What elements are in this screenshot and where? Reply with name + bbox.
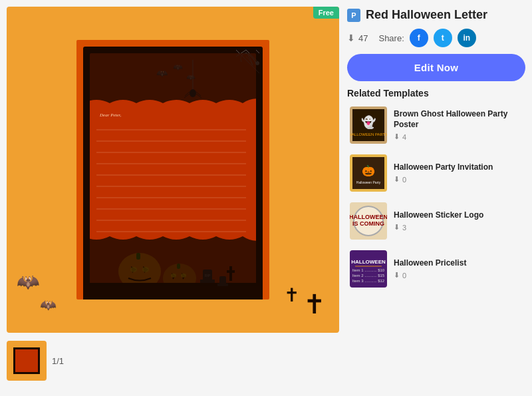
related-downloads-1: ⬇ 4 bbox=[394, 132, 523, 141]
download-icon-2: ⬇ bbox=[394, 175, 400, 184]
bat-decoration-1: 🦇 bbox=[17, 271, 40, 293]
svg-text:🎃: 🎃 bbox=[362, 164, 375, 177]
thumbnail-strip: 1/1 bbox=[7, 338, 339, 383]
template-header: P Red Halloween Letter bbox=[347, 8, 525, 22]
related-section-title: Related Templates bbox=[347, 88, 525, 99]
related-name-2: Halloween Party Invitation bbox=[394, 162, 523, 173]
bat-decoration-2: 🦇 bbox=[40, 297, 57, 313]
related-thumb-3: HALLOWEEN IS COMING bbox=[350, 202, 387, 240]
related-info-1: Brown Ghost Halloween Party Poster ⬇ 4 bbox=[394, 109, 523, 141]
related-thumb-4: HALLOWEEN Item 1 ........... $10 Item 2 … bbox=[350, 250, 387, 288]
halloween-letter-svg: 🦇 🦇 🦇 Dear Peter, bbox=[76, 40, 269, 299]
cross-decoration-1: ✝ bbox=[303, 289, 326, 319]
svg-text:Dear Peter,: Dear Peter, bbox=[99, 112, 122, 118]
related-thumb-1: 👻 HALLOWEEN PARTY bbox=[350, 106, 387, 144]
download-count-container: ⬇ 47 bbox=[347, 33, 368, 43]
download-icon-3: ⬇ bbox=[394, 223, 400, 232]
download-icon-4: ⬇ bbox=[394, 271, 400, 280]
svg-text:👻: 👻 bbox=[361, 115, 376, 130]
edit-now-button[interactable]: Edit Now bbox=[347, 54, 525, 81]
related-downloads-3: ⬇ 3 bbox=[394, 223, 523, 232]
meta-row: ⬇ 47 Share: f t in bbox=[347, 29, 525, 47]
related-downloads-2: ⬇ 0 bbox=[394, 175, 523, 184]
related-item-1[interactable]: 👻 HALLOWEEN PARTY Brown Ghost Halloween … bbox=[347, 104, 525, 146]
linkedin-share-button[interactable]: in bbox=[458, 29, 476, 47]
download-count-value: 47 bbox=[358, 33, 368, 43]
related-list: 👻 HALLOWEEN PARTY Brown Ghost Halloween … bbox=[347, 104, 525, 290]
related-downloads-4: ⬇ 0 bbox=[394, 271, 523, 280]
right-panel: P Red Halloween Letter ⬇ 47 Share: f t i… bbox=[347, 7, 525, 389]
related-name-1: Brown Ghost Halloween Party Poster bbox=[394, 109, 523, 130]
related-thumb-2: 🎃 Halloween Party bbox=[350, 154, 387, 192]
related-info-2: Halloween Party Invitation ⬇ 0 bbox=[394, 162, 523, 184]
share-row: Share: f t in bbox=[378, 29, 475, 47]
download-icon-1: ⬇ bbox=[394, 132, 400, 141]
svg-text:Halloween Party: Halloween Party bbox=[356, 180, 381, 184]
related-section: Related Templates 👻 HALLOWEEN PARTY Brow… bbox=[347, 88, 525, 389]
related-name-4: Halloween Pricelist bbox=[394, 258, 523, 269]
thumbnail-1[interactable] bbox=[7, 341, 47, 381]
svg-text:IS COMING: IS COMING bbox=[352, 220, 384, 227]
svg-text:HALLOWEEN: HALLOWEEN bbox=[351, 259, 386, 265]
page-count: 1/1 bbox=[52, 356, 64, 366]
svg-text:HALLOWEEN: HALLOWEEN bbox=[350, 214, 387, 220]
svg-text:HALLOWEEN PARTY: HALLOWEEN PARTY bbox=[350, 132, 387, 136]
facebook-share-button[interactable]: f bbox=[410, 29, 428, 47]
related-item-3[interactable]: HALLOWEEN IS COMING Halloween Sticker Lo… bbox=[347, 200, 525, 242]
related-info-3: Halloween Sticker Logo ⬇ 3 bbox=[394, 210, 523, 232]
download-icon: ⬇ bbox=[347, 33, 355, 43]
free-badge: Free bbox=[313, 7, 339, 19]
template-icon: P bbox=[347, 9, 360, 22]
related-item-4[interactable]: HALLOWEEN Item 1 ........... $10 Item 2 … bbox=[347, 248, 525, 290]
related-item-2[interactable]: 🎃 Halloween Party Halloween Party Invita… bbox=[347, 152, 525, 194]
cross-decoration-2: ✝ bbox=[284, 284, 299, 306]
svg-text:Item 1 ........... $10: Item 1 ........... $10 bbox=[352, 268, 385, 272]
main-preview-area: Free 🦇 bbox=[7, 7, 339, 333]
twitter-share-button[interactable]: t bbox=[434, 29, 452, 47]
svg-text:Item 3 ........... $12: Item 3 ........... $12 bbox=[352, 279, 385, 283]
svg-rect-50 bbox=[15, 349, 38, 372]
template-title: Red Halloween Letter bbox=[366, 8, 487, 22]
svg-text:Item 2 ........... $15: Item 2 ........... $15 bbox=[352, 274, 385, 278]
left-panel: Free 🦇 bbox=[7, 7, 339, 389]
share-label: Share: bbox=[378, 33, 404, 43]
related-name-3: Halloween Sticker Logo bbox=[394, 210, 523, 221]
related-info-4: Halloween Pricelist ⬇ 0 bbox=[394, 258, 523, 280]
